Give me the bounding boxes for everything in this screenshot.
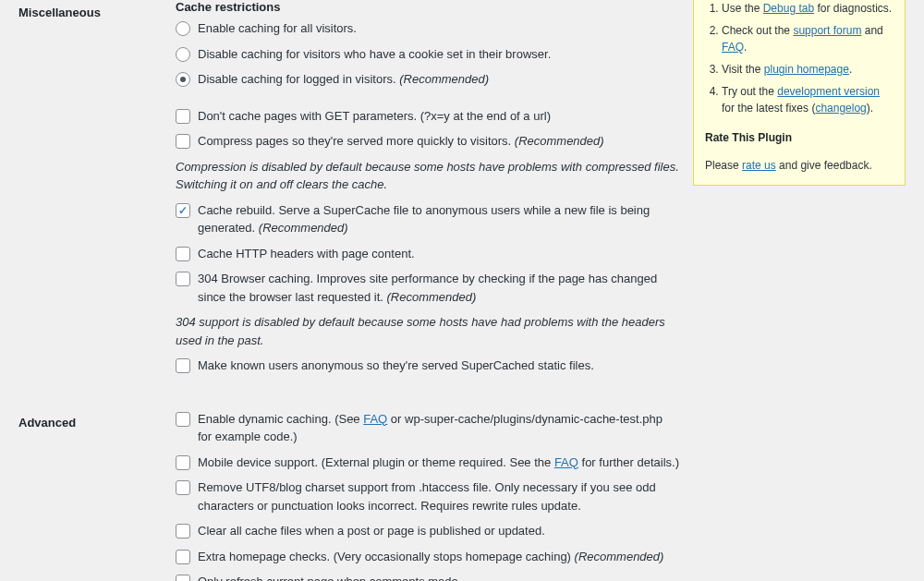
refresh-row: Only refresh current page when comments … xyxy=(176,573,679,581)
item4-pre: Try out the xyxy=(722,85,777,98)
sidebar-item-1: Use the Debug tab for diagnostics. xyxy=(722,0,894,17)
anonymous-row: Make known users anonymous so they're se… xyxy=(176,357,679,375)
homepage-text: Extra homepage checks. (Very occasionall… xyxy=(198,550,571,563)
utf8-label: Remove UTF8/blog charset support from .h… xyxy=(198,478,679,514)
checkbox-http-headers[interactable] xyxy=(176,247,190,261)
faq-link-mobile[interactable]: FAQ xyxy=(554,455,578,469)
mobile-row: Mobile device support. (External plugin … xyxy=(176,454,679,472)
rate-us-link[interactable]: rate us xyxy=(742,159,776,172)
mobile-post: for further details.) xyxy=(578,455,679,469)
checkbox-compress[interactable] xyxy=(176,134,190,149)
misc-section-label: Miscellaneous xyxy=(18,0,176,382)
radio-cookie[interactable] xyxy=(176,47,190,62)
recommended-tag: (Recommended) xyxy=(399,72,489,86)
note-304: 304 support is disabled by default becau… xyxy=(176,313,679,349)
checkbox-clear-cache[interactable] xyxy=(176,524,190,539)
checkbox-dynamic[interactable] xyxy=(176,412,190,427)
browser-304-label: 304 Browser caching. Improves site perfo… xyxy=(198,270,679,306)
refresh-label: Only refresh current page when comments … xyxy=(198,573,679,581)
sidebar-item-3: Visit the plugin homepage. xyxy=(722,61,894,78)
debug-tab-link[interactable]: Debug tab xyxy=(763,2,814,15)
rate-pre: Please xyxy=(705,159,742,172)
item1-pre: Use the xyxy=(722,2,763,15)
sidebar-list: Use the Debug tab for diagnostics. Check… xyxy=(705,0,894,116)
item2-mid: and xyxy=(861,24,882,37)
mobile-pre: Mobile device support. (External plugin … xyxy=(198,455,554,469)
plugin-homepage-link[interactable]: plugin homepage xyxy=(764,63,849,76)
rebuild-row: Cache rebuild. Serve a SuperCache file t… xyxy=(176,201,679,237)
compress-text: Compress pages so they're served more qu… xyxy=(198,134,511,148)
radio-loggedin[interactable] xyxy=(176,72,190,87)
radio-loggedin-label: Disable caching for logged in visitors. … xyxy=(198,70,679,89)
faq-sidebar-link[interactable]: FAQ xyxy=(722,41,744,54)
item4-post: ). xyxy=(867,102,873,115)
item3-post: . xyxy=(849,63,852,76)
recommended-tag: (Recommended) xyxy=(387,290,477,304)
section-advanced: Advanced Enable dynamic caching. (See FA… xyxy=(18,410,688,582)
dynamic-row: Enable dynamic caching. (See FAQ or wp-s… xyxy=(176,410,679,446)
http-headers-label: Cache HTTP headers with page content. xyxy=(198,245,679,263)
changelog-link[interactable]: changelog xyxy=(815,102,866,115)
sidebar-item-2: Check out the support forum and FAQ. xyxy=(722,22,894,55)
advanced-section-label: Advanced xyxy=(18,410,176,582)
rate-post: and give feedback. xyxy=(776,159,872,172)
get-params-label: Don't cache pages with GET parameters. (… xyxy=(198,107,679,126)
checkbox-mobile[interactable] xyxy=(176,455,190,470)
anonymous-label: Make known users anonymous so they're se… xyxy=(198,357,679,375)
dynamic-label: Enable dynamic caching. (See FAQ or wp-s… xyxy=(198,410,679,446)
browser-304-row: 304 Browser caching. Improves site perfo… xyxy=(176,270,679,306)
checkbox-refresh[interactable] xyxy=(176,575,190,581)
advanced-section-content: Enable dynamic caching. (See FAQ or wp-s… xyxy=(176,410,688,582)
item2-post: . xyxy=(744,41,747,54)
misc-section-content: Cache restrictions Enable caching for al… xyxy=(176,0,688,382)
homepage-row: Extra homepage checks. (Very occasionall… xyxy=(176,548,679,566)
compress-label: Compress pages so they're served more qu… xyxy=(198,132,679,151)
radio-cookie-row: Disable caching for visitors who have a … xyxy=(176,45,679,64)
mobile-label: Mobile device support. (External plugin … xyxy=(198,454,679,472)
radio-cookie-label: Disable caching for visitors who have a … xyxy=(198,45,679,64)
section-miscellaneous: Miscellaneous Cache restrictions Enable … xyxy=(18,0,688,382)
radio-all-visitors-row: Enable caching for all visitors. xyxy=(176,19,679,38)
radio-loggedin-row: Disable caching for logged in visitors. … xyxy=(176,70,679,89)
clear-cache-label: Clear all cache files when a post or pag… xyxy=(198,522,679,540)
sidebar-box: Use the Debug tab for diagnostics. Check… xyxy=(693,0,906,186)
cache-restrictions-heading: Cache restrictions xyxy=(176,0,679,14)
item1-post: for diagnostics. xyxy=(814,2,892,15)
http-headers-row: Cache HTTP headers with page content. xyxy=(176,245,679,263)
rebuild-label: Cache rebuild. Serve a SuperCache file t… xyxy=(198,201,679,237)
rate-heading: Rate This Plugin xyxy=(705,131,894,144)
faq-link[interactable]: FAQ xyxy=(363,412,387,426)
checkbox-homepage[interactable] xyxy=(176,550,190,564)
clear-cache-row: Clear all cache files when a post or pag… xyxy=(176,522,679,540)
checkbox-rebuild[interactable] xyxy=(176,203,190,218)
radio-loggedin-text: Disable caching for logged in visitors. xyxy=(198,72,396,86)
checkbox-anonymous[interactable] xyxy=(176,358,190,373)
compress-row: Compress pages so they're served more qu… xyxy=(176,132,679,151)
utf8-row: Remove UTF8/blog charset support from .h… xyxy=(176,478,679,514)
homepage-label: Extra homepage checks. (Very occasionall… xyxy=(198,548,679,566)
item3-pre: Visit the xyxy=(722,63,764,76)
checkbox-utf8[interactable] xyxy=(176,480,190,495)
dynamic-pre: Enable dynamic caching. (See xyxy=(198,412,363,426)
radio-all-visitors[interactable] xyxy=(176,21,190,36)
sidebar-item-4: Try out the development version for the … xyxy=(722,83,894,116)
item2-pre: Check out the xyxy=(722,24,793,37)
recommended-tag: (Recommended) xyxy=(515,134,604,148)
checkbox-get-params[interactable] xyxy=(176,109,190,124)
checkbox-304[interactable] xyxy=(176,272,190,286)
support-forum-link[interactable]: support forum xyxy=(793,24,861,37)
dev-version-link[interactable]: development version xyxy=(777,85,880,98)
compress-note: Compression is disabled by default becau… xyxy=(176,158,679,194)
recommended-tag: (Recommended) xyxy=(259,221,348,235)
get-params-row: Don't cache pages with GET parameters. (… xyxy=(176,107,679,126)
item4-mid: for the latest fixes ( xyxy=(722,102,815,115)
radio-all-visitors-label: Enable caching for all visitors. xyxy=(198,19,679,38)
rate-text: Please rate us and give feedback. xyxy=(705,157,894,174)
recommended-tag: (Recommended) xyxy=(575,550,664,563)
